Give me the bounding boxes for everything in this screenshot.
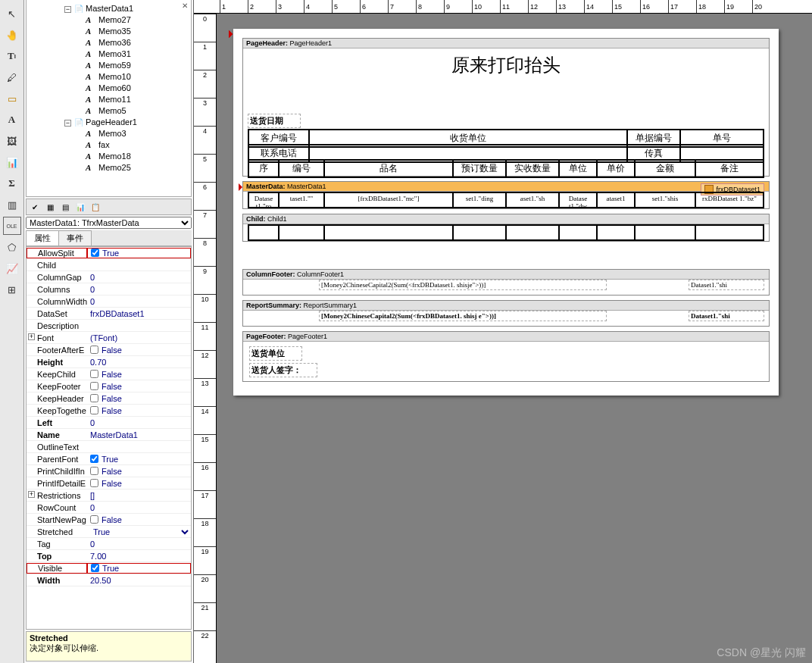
tree-item[interactable]: A Memo5 <box>28 105 189 117</box>
property-grid[interactable]: AllowSplitTrueChildColumnGap0Columns0Col… <box>26 246 192 630</box>
column-header-row[interactable]: 序编号品名预订数量实收数量单位单价金额备注 <box>248 159 764 178</box>
tree-item[interactable]: A Memo31 <box>28 48 189 60</box>
report-title[interactable]: 原来打印抬头 <box>243 48 769 82</box>
desc-title: Stretched <box>30 633 188 643</box>
prop-row-keepheader[interactable]: KeepHeaderFalse <box>27 392 191 405</box>
prop-row-keeptogethe[interactable]: KeepTogetheFalse <box>27 405 191 417</box>
text-a-tool[interactable]: A <box>3 111 21 129</box>
prop-tb-chart[interactable]: 📊 <box>73 200 87 214</box>
property-panel: ✔ ▦ ▤ 📊 📋 MasterData1: TfrxMasterData 属性… <box>26 199 192 661</box>
prop-row-visible[interactable]: VisibleTrue <box>27 562 191 574</box>
prop-row-name[interactable]: NameMasterData1 <box>27 429 191 441</box>
vertical-ruler: 012345678910111213141516171819202122 <box>194 14 217 663</box>
cf-right[interactable]: Dataset1."shi <box>689 280 764 290</box>
prop-row-restrictions[interactable]: +Restrictions[] <box>27 489 191 502</box>
prop-row-top[interactable]: Top7.00 <box>27 550 191 562</box>
design-canvas[interactable]: 1234567891011121314151617181920 01234567… <box>194 0 812 663</box>
report-tree-panel: ✕ − MasterData1 A Memo27A Memo35A Memo36… <box>26 0 192 197</box>
prop-row-outlinetext[interactable]: OutlineText <box>27 441 191 453</box>
prop-row-font[interactable]: +Font(TFont) <box>27 332 191 344</box>
band-pageheader[interactable]: PageHeader: PageHeader1 原来打印抬头 送货日期 客户编号… <box>242 38 770 177</box>
rs-right[interactable]: Dataset1."shi <box>689 311 764 321</box>
prop-row-startnewpag[interactable]: StartNewPagFalse <box>27 514 191 526</box>
prop-tb-grid[interactable]: ▦ <box>43 200 57 214</box>
prop-row-columngap[interactable]: ColumnGap0 <box>27 271 191 283</box>
tree-item[interactable]: A Memo60 <box>28 83 189 94</box>
report-tree[interactable]: − MasterData1 A Memo27A Memo35A Memo36A … <box>27 0 191 175</box>
sysmemo-tool[interactable]: 📊 <box>3 153 21 171</box>
band-reportsummary[interactable]: ReportSummary: ReportSummary1 [Money2Chi… <box>242 300 770 327</box>
prop-row-stretched[interactable]: StretchedTrue <box>27 526 191 538</box>
left-toolbox: ↖ 🤚 TI 🖊 ▭ A 🖼 📊 Σ ▥ OLE ⬠ 📈 ⊞ <box>0 0 24 663</box>
desc-text: 决定对象可以伸缩. <box>30 643 188 654</box>
prop-row-tag[interactable]: Tag0 <box>27 538 191 550</box>
cross-tool[interactable]: ⊞ <box>3 280 21 299</box>
pf-company[interactable]: 送货单位 <box>249 346 302 361</box>
tree-item[interactable]: A Memo25 <box>28 162 189 174</box>
barcode-tool[interactable]: ▥ <box>3 195 21 214</box>
masterdata-row[interactable]: Datase t1."rotaset1.""[frxDBDataset1."mc… <box>248 192 764 208</box>
prop-row-columnwidth[interactable]: ColumnWidth0 <box>27 296 191 308</box>
prop-tb-copy[interactable]: 📋 <box>89 200 102 214</box>
text-tool[interactable]: TI <box>3 47 21 65</box>
tab-properties[interactable]: 属性 <box>26 230 59 245</box>
prop-row-dataset[interactable]: DataSetfrxDBDataset1 <box>27 308 191 320</box>
tree-item[interactable]: A Memo27 <box>28 14 189 26</box>
ole-tool[interactable]: OLE <box>3 217 21 235</box>
tab-events[interactable]: 事件 <box>58 230 92 245</box>
band-pagefooter[interactable]: PageFooter: PageFooter1 送货单位 送货人签字： <box>242 331 770 382</box>
prop-row-description[interactable]: Description <box>27 320 191 332</box>
prop-row-keepfooter[interactable]: KeepFooterFalse <box>27 380 191 392</box>
prop-row-parentfont[interactable]: ParentFontTrue <box>27 453 191 465</box>
prop-row-rowcount[interactable]: RowCount0 <box>27 502 191 514</box>
prop-row-printchildifin[interactable]: PrintChildIfInFalse <box>27 465 191 477</box>
band-tool[interactable]: ▭ <box>3 89 21 108</box>
tree-masterdata[interactable]: − MasterData1 <box>28 3 189 14</box>
fld-delivery-date[interactable]: 送货日期 <box>248 114 301 128</box>
format-tool[interactable]: 🖊 <box>3 68 21 86</box>
prop-tb-db[interactable]: ▤ <box>58 200 72 214</box>
sigma-tool[interactable]: Σ <box>3 174 21 192</box>
tree-item[interactable]: A fax <box>28 139 189 151</box>
band-columnfooter[interactable]: ColumnFooter: ColumnFooter1 [Money2Chine… <box>242 269 770 296</box>
horizontal-ruler: 1234567891011121314151617181920 <box>194 0 812 14</box>
pointer-tool[interactable]: ↖ <box>3 5 21 23</box>
tree-item[interactable]: A Memo10 <box>28 71 189 83</box>
pf-sign[interactable]: 送货人签字： <box>249 363 317 377</box>
hand-tool[interactable]: 🤚 <box>3 26 21 44</box>
prop-tabs: 属性 事件 <box>26 230 192 246</box>
shape-tool[interactable]: ⬠ <box>3 238 21 256</box>
prop-toolbar: ✔ ▦ ▤ 📊 📋 <box>26 199 192 215</box>
tree-item[interactable]: A Memo3 <box>28 128 189 139</box>
object-selector[interactable]: MasterData1: TfrxMasterData <box>26 217 192 229</box>
prop-row-left[interactable]: Left0 <box>27 417 191 429</box>
prop-row-allowsplit[interactable]: AllowSplitTrue <box>27 247 191 259</box>
chart-tool[interactable]: 📈 <box>3 259 21 277</box>
prop-row-width[interactable]: Width20.50 <box>27 574 191 586</box>
tree-item[interactable]: A Memo18 <box>28 151 189 162</box>
band-masterdata[interactable]: MasterData: MasterData1 frxDBDataset1 Da… <box>242 181 770 209</box>
prop-row-child[interactable]: Child <box>27 259 191 271</box>
prop-row-keepchild[interactable]: KeepChildFalse <box>27 368 191 380</box>
tree-item[interactable]: A Memo11 <box>28 94 189 105</box>
watermark: CSDN @星光 闪耀 <box>717 646 806 660</box>
tree-item[interactable]: A Memo35 <box>28 26 189 37</box>
tree-item[interactable]: A Memo59 <box>28 60 189 71</box>
prop-row-columns[interactable]: Columns0 <box>27 283 191 296</box>
cf-expression[interactable]: [Money2ChineseCapital2(Sum(<frxDBDataset… <box>319 280 607 290</box>
rs-expression[interactable]: [Money2ChineseCapital2(Sum(<frxDBDataset… <box>319 311 607 321</box>
prop-tb-check[interactable]: ✔ <box>28 200 42 214</box>
report-page[interactable]: PageHeader: PageHeader1 原来打印抬头 送货日期 客户编号… <box>233 29 779 396</box>
tree-item[interactable]: A Memo36 <box>28 37 189 48</box>
prop-description: Stretched 决定对象可以伸缩. <box>26 631 192 661</box>
left-panel: ✕ − MasterData1 A Memo27A Memo35A Memo36… <box>24 0 194 663</box>
picture-tool[interactable]: 🖼 <box>3 132 21 150</box>
tree-close-icon[interactable]: ✕ <box>182 2 188 10</box>
prop-row-height[interactable]: Height0.70 <box>27 356 191 368</box>
prop-row-footeraftere[interactable]: FooterAfterEFalse <box>27 344 191 356</box>
prop-row-printifdetaile[interactable]: PrintIfDetailEFalse <box>27 477 191 489</box>
tree-pageheader[interactable]: − PageHeader1 <box>28 117 189 128</box>
band-child[interactable]: Child: Child1 <box>242 214 770 242</box>
